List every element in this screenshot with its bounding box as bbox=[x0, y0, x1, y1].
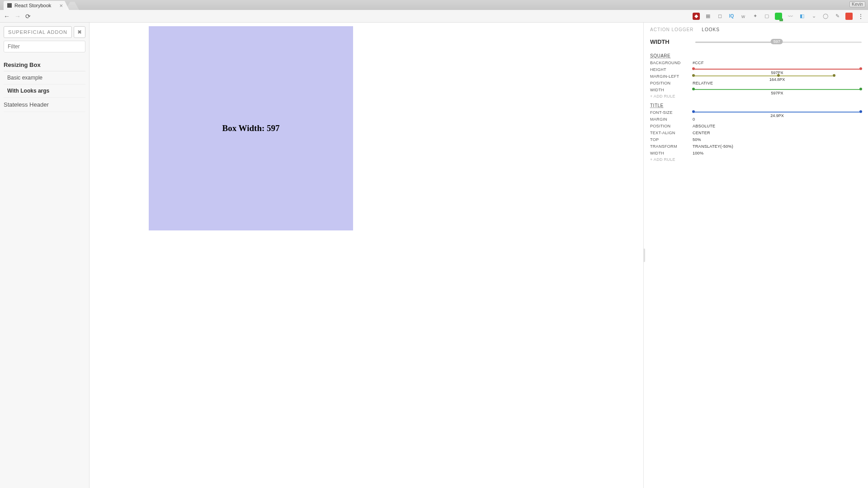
rule-value[interactable]: #CCF bbox=[693, 61, 704, 65]
rule-value[interactable]: RELATIVE bbox=[693, 81, 713, 85]
panel-resize-handle[interactable] bbox=[643, 249, 645, 262]
resizing-box: Box Width: 597 bbox=[149, 26, 353, 230]
rule-label: MARGIN-LEFT bbox=[650, 74, 693, 79]
rule-label: TOP bbox=[650, 137, 693, 142]
rule-label: BACKGROUND bbox=[650, 61, 693, 65]
rule-slider[interactable]: 597PX bbox=[693, 88, 862, 92]
tree-item-with-looks-args[interactable]: With Looks args bbox=[4, 84, 85, 98]
rule-label: POSITION bbox=[650, 81, 693, 85]
rule-row: MARGIN-LEFT164.8PX bbox=[650, 73, 862, 80]
rule-row: TRANSFORMTRANSLATEY(-50%) bbox=[650, 143, 862, 150]
panel-tabs: ACTION LOGGER LOOKS bbox=[644, 23, 868, 36]
add-rule-button[interactable]: + ADD RULE bbox=[650, 157, 862, 162]
tab-action-logger[interactable]: ACTION LOGGER bbox=[650, 27, 693, 32]
rule-value[interactable]: 0 bbox=[693, 117, 695, 122]
preview-canvas: Box Width: 597 bbox=[90, 23, 643, 488]
rule-slider-value: 164.8PX bbox=[769, 77, 785, 82]
tree-item-basic-example[interactable]: Basic example bbox=[4, 71, 85, 84]
tree-group-stateless-header[interactable]: Stateless Header bbox=[4, 98, 85, 112]
rule-label: FONT-SIZE bbox=[650, 110, 693, 115]
rule-label: TEXT-ALIGN bbox=[650, 131, 693, 135]
ext-m-icon[interactable]: 〰 bbox=[787, 13, 794, 20]
rule-value[interactable]: ABSOLUTE bbox=[693, 124, 715, 128]
rule-row: TEXT-ALIGNCENTER bbox=[650, 130, 862, 136]
ext-blue-icon[interactable]: ◧ bbox=[798, 13, 806, 20]
rule-row: MARGIN0 bbox=[650, 116, 862, 122]
group-header-square[interactable]: SQUARE bbox=[650, 53, 862, 58]
rule-slider[interactable]: 597PX bbox=[693, 68, 862, 71]
filter-input[interactable] bbox=[4, 41, 85, 52]
ublock-icon[interactable]: ◆ bbox=[693, 13, 700, 20]
rule-row: FONT-SIZE24.9PX bbox=[650, 109, 862, 116]
rule-label: TRANSFORM bbox=[650, 144, 693, 149]
group-header-title[interactable]: TITLE bbox=[650, 103, 862, 108]
rule-value[interactable]: 100% bbox=[693, 151, 703, 155]
rule-slider-value: 24.9PX bbox=[770, 113, 784, 118]
ext-icon-7[interactable]: ▢ bbox=[763, 13, 770, 20]
ext-star-icon[interactable]: ✦ bbox=[751, 13, 759, 20]
ext-green-icon[interactable] bbox=[775, 13, 782, 20]
rule-label: WIDTH bbox=[650, 88, 693, 92]
rule-row: HEIGHT597PX bbox=[650, 66, 862, 73]
ext-icon-2[interactable]: ▦ bbox=[704, 13, 712, 20]
rule-row: TOP50% bbox=[650, 136, 862, 143]
canvas-area: Box Width: 597 bbox=[90, 23, 643, 488]
rule-label: WIDTH bbox=[650, 151, 693, 155]
ext-icon-13[interactable]: ✎ bbox=[834, 13, 841, 20]
ext-icon-12[interactable]: ◯ bbox=[822, 13, 829, 20]
sidebar: SUPERFICIAL ADDON ✖ Resizing Box Basic e… bbox=[0, 23, 90, 488]
rule-row: WIDTH100% bbox=[650, 150, 862, 156]
browser-menu-icon[interactable]: ⋮ bbox=[857, 13, 864, 20]
pocket-icon[interactable]: ⌄ bbox=[810, 13, 817, 20]
rule-label: MARGIN bbox=[650, 117, 693, 122]
rule-slider[interactable]: 24.9PX bbox=[693, 111, 862, 114]
width-slider[interactable]: 597 bbox=[695, 39, 862, 45]
rule-slider-value: 597PX bbox=[771, 91, 783, 95]
nav-bar: ← → ⟳ ◆ ▦ ◻ IQ w ✦ ▢ 〰 ◧ ⌄ ◯ ✎ ⋮ bbox=[0, 10, 868, 23]
rule-row: POSITIONRELATIVE bbox=[650, 80, 862, 86]
rule-value[interactable]: 50% bbox=[693, 137, 701, 142]
ext-w-icon[interactable]: w bbox=[740, 13, 747, 20]
width-control-label: WIDTH bbox=[650, 38, 689, 45]
addon-panel: ACTION LOGGER LOOKS WIDTH 597 SQUAREBACK… bbox=[643, 23, 868, 488]
reload-icon[interactable]: ⟳ bbox=[25, 13, 31, 20]
ext-red-icon[interactable] bbox=[845, 13, 853, 20]
box-title: Box Width: 597 bbox=[149, 123, 353, 133]
extension-icons: ◆ ▦ ◻ IQ w ✦ ▢ 〰 ◧ ⌄ ◯ ✎ ⋮ bbox=[693, 13, 864, 20]
width-value-badge: 597 bbox=[771, 39, 783, 44]
tab-looks[interactable]: LOOKS bbox=[702, 27, 719, 32]
addon-close-button[interactable]: ✖ bbox=[74, 26, 85, 38]
forward-icon: → bbox=[14, 13, 21, 20]
tree-group-resizing-box[interactable]: Resizing Box bbox=[4, 59, 85, 71]
rule-value[interactable]: CENTER bbox=[693, 131, 710, 135]
rule-row: POSITIONABSOLUTE bbox=[650, 123, 862, 129]
rule-value[interactable]: TRANSLATEY(-50%) bbox=[693, 144, 733, 149]
tab-close-icon[interactable]: × bbox=[59, 2, 63, 9]
tab-favicon-icon bbox=[7, 3, 12, 8]
back-icon[interactable]: ← bbox=[4, 13, 10, 20]
addon-button[interactable]: SUPERFICIAL ADDON bbox=[4, 26, 72, 38]
rule-slider[interactable]: 164.8PX bbox=[693, 75, 862, 78]
add-rule-button[interactable]: + ADD RULE bbox=[650, 94, 862, 99]
browser-chrome: React Storybook × Kevin ← → ⟳ ◆ ▦ ◻ IQ w… bbox=[0, 0, 868, 23]
new-tab-button[interactable] bbox=[66, 2, 79, 10]
tab-title: React Storybook bbox=[14, 3, 51, 8]
tab-bar: React Storybook × Kevin bbox=[0, 0, 868, 10]
nav-controls: ← → ⟳ bbox=[4, 13, 31, 20]
width-control-row: WIDTH 597 bbox=[650, 38, 862, 45]
rule-label: POSITION bbox=[650, 124, 693, 128]
ext-icon-3[interactable]: ◻ bbox=[716, 13, 723, 20]
ext-iq-icon[interactable]: IQ bbox=[728, 13, 735, 20]
rule-label: HEIGHT bbox=[650, 67, 693, 72]
browser-tab[interactable]: React Storybook × bbox=[4, 1, 69, 10]
profile-badge[interactable]: Kevin bbox=[849, 1, 865, 7]
rule-row: BACKGROUND#CCF bbox=[650, 60, 862, 66]
tree: Resizing Box Basic example With Looks ar… bbox=[4, 59, 85, 112]
storybook-app: SUPERFICIAL ADDON ✖ Resizing Box Basic e… bbox=[0, 23, 868, 488]
rule-row: WIDTH597PX bbox=[650, 87, 862, 93]
